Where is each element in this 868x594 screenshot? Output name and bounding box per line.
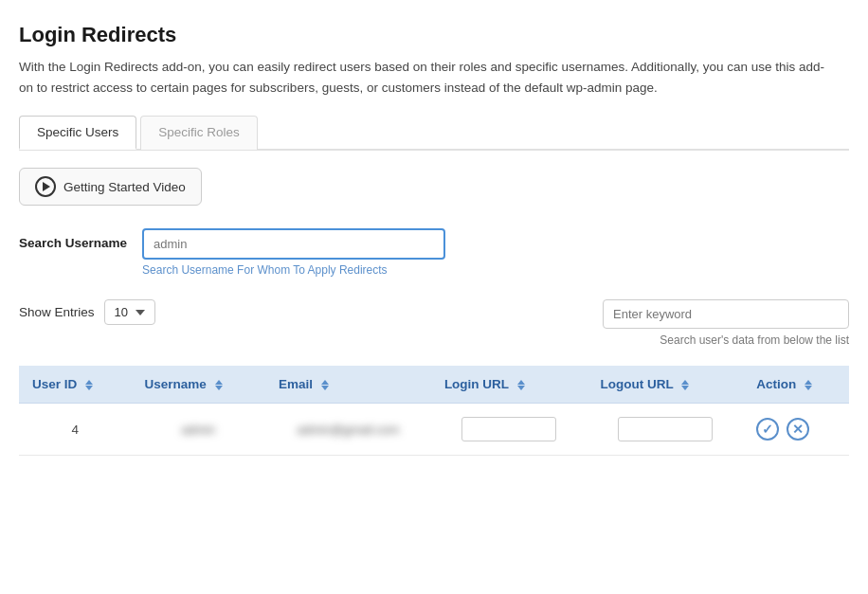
- keyword-search-hint: Search user's data from below the list: [660, 333, 849, 347]
- col-username[interactable]: Username: [131, 366, 265, 404]
- col-logout-url[interactable]: Logout URL: [588, 366, 744, 404]
- users-table: User ID Username Email: [19, 366, 849, 456]
- chevron-down-icon: [136, 310, 145, 315]
- sort-up-icon: [215, 380, 223, 385]
- page-description: With the Login Redirects add-on, you can…: [19, 57, 834, 98]
- col-email[interactable]: Email: [265, 366, 431, 404]
- col-logout-url-label: Logout URL: [601, 377, 674, 391]
- show-entries-control: Show Entries 10: [19, 299, 155, 325]
- table-body: 4 admin admin@gmail.com ✓ ✕: [19, 404, 849, 456]
- cell-email: admin@gmail.com: [265, 404, 431, 456]
- search-username-input[interactable]: [142, 228, 445, 260]
- sort-down-icon: [681, 386, 689, 390]
- table-row: 4 admin admin@gmail.com ✓ ✕: [19, 404, 849, 456]
- getting-started-video-button[interactable]: Getting Started Video: [19, 168, 202, 206]
- login-url-input[interactable]: [461, 417, 556, 441]
- cell-logout-url: [588, 404, 744, 456]
- play-icon: [35, 176, 56, 197]
- col-user-id[interactable]: User ID: [19, 366, 131, 404]
- sort-down-icon: [321, 386, 329, 390]
- sort-down-icon: [805, 386, 812, 390]
- username-blurred: admin: [182, 423, 215, 437]
- sort-arrows-logout-url: [681, 380, 689, 390]
- cancel-action-button[interactable]: ✕: [787, 418, 809, 441]
- confirm-action-button[interactable]: ✓: [756, 418, 779, 441]
- cell-action: ✓ ✕: [743, 404, 849, 456]
- search-input-wrap: Search Username For Whom To Apply Redire…: [142, 228, 445, 277]
- col-user-id-label: User ID: [32, 377, 77, 391]
- sort-arrows-username: [215, 380, 223, 390]
- col-email-label: Email: [279, 377, 313, 391]
- cell-login-url: [431, 404, 588, 456]
- page-title: Login Redirects: [19, 23, 849, 47]
- col-action-label: Action: [756, 377, 796, 391]
- tab-specific-roles[interactable]: Specific Roles: [140, 116, 258, 150]
- entries-value: 10: [115, 305, 128, 319]
- keyword-search-wrap: Search user's data from below the list: [603, 299, 849, 347]
- sort-arrows-user-id: [85, 380, 93, 390]
- sort-down-icon: [85, 386, 93, 390]
- tab-specific-users[interactable]: Specific Users: [19, 116, 136, 150]
- controls-row: Show Entries 10 Search user's data from …: [19, 299, 849, 347]
- search-username-label: Search Username: [19, 228, 127, 250]
- sort-arrows-action: [805, 380, 812, 390]
- sort-up-icon: [321, 380, 329, 385]
- logout-url-input[interactable]: [618, 417, 713, 441]
- cell-username: admin: [131, 404, 265, 456]
- table-header: User ID Username Email: [19, 366, 849, 404]
- col-login-url-label: Login URL: [444, 377, 509, 391]
- col-username-label: Username: [144, 377, 206, 391]
- sort-up-icon: [681, 380, 689, 385]
- sort-up-icon: [805, 380, 812, 385]
- sort-down-icon: [215, 386, 223, 390]
- sort-down-icon: [517, 386, 525, 390]
- sort-up-icon: [517, 380, 525, 385]
- sort-arrows-login-url: [517, 380, 525, 390]
- action-icons: ✓ ✕: [756, 418, 836, 441]
- col-login-url[interactable]: Login URL: [431, 366, 588, 404]
- sort-arrows-email: [321, 380, 329, 390]
- table-header-row: User ID Username Email: [19, 366, 849, 404]
- video-button-label: Getting Started Video: [63, 180, 186, 194]
- sort-up-icon: [85, 380, 93, 385]
- search-username-row: Search Username Search Username For Whom…: [19, 228, 849, 277]
- email-blurred: admin@gmail.com: [298, 423, 400, 437]
- cell-user-id: 4: [19, 404, 131, 456]
- keyword-search-input[interactable]: [603, 299, 849, 329]
- col-action[interactable]: Action: [743, 366, 849, 404]
- search-username-hint: Search Username For Whom To Apply Redire…: [142, 263, 445, 277]
- tabs-container: Specific Users Specific Roles: [19, 115, 849, 151]
- play-triangle-icon: [43, 182, 50, 191]
- show-entries-label: Show Entries: [19, 305, 95, 319]
- entries-select[interactable]: 10: [104, 299, 155, 325]
